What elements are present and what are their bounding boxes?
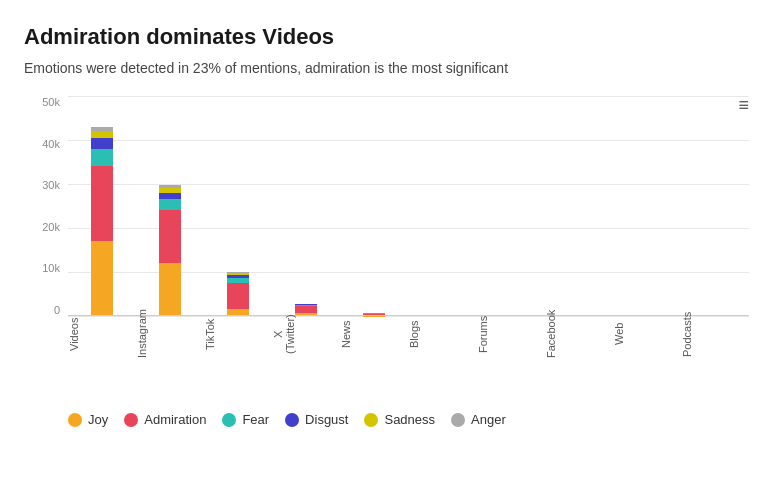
bar-group	[477, 96, 545, 316]
x-axis-label: Instagram	[136, 316, 204, 356]
legend-label-disgust: Disgust	[305, 412, 348, 427]
x-axis-label: Podcasts	[681, 316, 749, 356]
legend-color-sadness	[364, 413, 378, 427]
bar-segment-admiration	[159, 210, 181, 263]
bar-segment-admiration	[295, 306, 317, 313]
x-axis-label: Blogs	[408, 316, 476, 356]
bar-group	[681, 96, 749, 316]
bar-segment-joy	[91, 241, 113, 316]
bar-segment-fear	[91, 149, 113, 167]
y-axis-label: 50k	[42, 96, 64, 108]
legend-item-sadness: Sadness	[364, 412, 435, 427]
legend-color-admiration	[124, 413, 138, 427]
chart-subtitle: Emotions were detected in 23% of mention…	[24, 60, 749, 76]
y-axis-label: 40k	[42, 138, 64, 150]
legend-label-sadness: Sadness	[384, 412, 435, 427]
y-axis: 50k40k30k20k10k0	[24, 96, 64, 316]
y-axis-label: 20k	[42, 221, 64, 233]
legend-color-disgust	[285, 413, 299, 427]
bar-group	[613, 96, 681, 316]
bar-group	[340, 96, 408, 316]
y-axis-label: 30k	[42, 179, 64, 191]
bar-group	[272, 96, 340, 316]
bar-stack	[227, 272, 249, 316]
bar-segment-disgust	[91, 138, 113, 149]
bar-group	[136, 96, 204, 316]
chart-area: 50k40k30k20k10k0 VideosInstagramTikTokX …	[24, 96, 749, 356]
bar-segment-sadness	[91, 131, 113, 138]
y-axis-label: 10k	[42, 262, 64, 274]
legend-item-fear: Fear	[222, 412, 269, 427]
legend-label-anger: Anger	[471, 412, 506, 427]
bar-stack	[159, 185, 181, 316]
legend-color-joy	[68, 413, 82, 427]
bar-group	[545, 96, 613, 316]
legend: JoyAdmirationFearDisgustSadnessAnger	[24, 412, 749, 427]
bar-stack	[91, 127, 113, 316]
legend-label-joy: Joy	[88, 412, 108, 427]
legend-item-disgust: Disgust	[285, 412, 348, 427]
chart-inner	[68, 96, 749, 316]
x-axis-label: Facebook	[545, 316, 613, 356]
y-axis-label: 0	[54, 304, 64, 316]
x-axis-label: News	[340, 316, 408, 356]
chart-title: Admiration dominates Videos	[24, 24, 749, 50]
bar-group	[68, 96, 136, 316]
legend-label-admiration: Admiration	[144, 412, 206, 427]
legend-color-fear	[222, 413, 236, 427]
bar-segment-admiration	[91, 166, 113, 241]
x-axis-label: Forums	[477, 316, 545, 356]
bar-segment-joy	[159, 263, 181, 316]
x-axis-label: Videos	[68, 316, 136, 356]
bars-wrapper	[68, 96, 749, 316]
legend-color-anger	[451, 413, 465, 427]
x-axis-label: Web	[613, 316, 681, 356]
x-labels: VideosInstagramTikTokX (Twitter)NewsBlog…	[68, 316, 749, 356]
bar-segment-disgust	[159, 193, 181, 200]
bar-segment-fear	[159, 199, 181, 210]
bar-group	[204, 96, 272, 316]
legend-item-admiration: Admiration	[124, 412, 206, 427]
legend-label-fear: Fear	[242, 412, 269, 427]
x-axis-label: TikTok	[204, 316, 272, 356]
x-axis-label: X (Twitter)	[272, 316, 340, 356]
legend-item-joy: Joy	[68, 412, 108, 427]
bar-group	[408, 96, 476, 316]
chart-container: ≡ 50k40k30k20k10k0 VideosInstagramTikTok…	[24, 96, 749, 396]
legend-item-anger: Anger	[451, 412, 506, 427]
bar-segment-admiration	[227, 283, 249, 309]
